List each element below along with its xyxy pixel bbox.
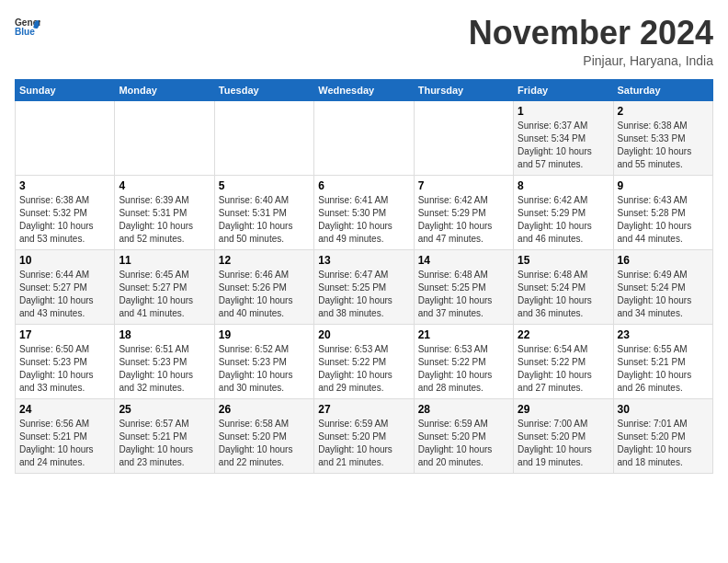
calendar-cell: 23Sunrise: 6:55 AM Sunset: 5:21 PM Dayli… — [613, 324, 712, 398]
day-number: 21 — [418, 328, 509, 341]
day-number: 19 — [219, 328, 310, 341]
calendar-cell: 2Sunrise: 6:38 AM Sunset: 5:33 PM Daylig… — [613, 100, 712, 175]
day-number: 26 — [219, 403, 310, 416]
calendar-cell: 5Sunrise: 6:40 AM Sunset: 5:31 PM Daylig… — [214, 175, 313, 249]
day-info: Sunrise: 6:37 AM Sunset: 5:34 PM Dayligh… — [518, 120, 609, 171]
calendar-cell — [115, 100, 214, 175]
day-number: 24 — [19, 403, 110, 416]
calendar-cell: 20Sunrise: 6:53 AM Sunset: 5:22 PM Dayli… — [314, 324, 414, 398]
day-number: 4 — [119, 179, 210, 192]
calendar-cell: 24Sunrise: 6:56 AM Sunset: 5:21 PM Dayli… — [16, 398, 115, 473]
calendar-cell — [214, 100, 313, 175]
day-info: Sunrise: 6:38 AM Sunset: 5:32 PM Dayligh… — [19, 194, 110, 246]
weekday-tuesday: Tuesday — [214, 79, 313, 100]
day-info: Sunrise: 6:45 AM Sunset: 5:27 PM Dayligh… — [119, 269, 210, 320]
calendar-cell — [314, 100, 414, 175]
week-row-5: 24Sunrise: 6:56 AM Sunset: 5:21 PM Dayli… — [16, 398, 713, 473]
day-info: Sunrise: 6:55 AM Sunset: 5:21 PM Dayligh… — [618, 343, 709, 395]
page-header: General Blue November 2024 Pinjaur, Hary… — [15, 15, 713, 68]
day-info: Sunrise: 6:58 AM Sunset: 5:20 PM Dayligh… — [219, 418, 310, 469]
weekday-monday: Monday — [115, 79, 214, 100]
day-number: 20 — [318, 328, 409, 341]
day-info: Sunrise: 6:56 AM Sunset: 5:21 PM Dayligh… — [19, 418, 110, 469]
day-info: Sunrise: 7:00 AM Sunset: 5:20 PM Dayligh… — [518, 418, 609, 469]
calendar-cell: 15Sunrise: 6:48 AM Sunset: 5:24 PM Dayli… — [514, 249, 613, 324]
location: Pinjaur, Haryana, India — [469, 53, 713, 68]
calendar-cell: 29Sunrise: 7:00 AM Sunset: 5:20 PM Dayli… — [514, 398, 613, 473]
day-info: Sunrise: 6:47 AM Sunset: 5:25 PM Dayligh… — [318, 269, 409, 320]
day-info: Sunrise: 6:50 AM Sunset: 5:23 PM Dayligh… — [19, 343, 110, 395]
day-number: 1 — [518, 105, 609, 118]
day-info: Sunrise: 6:59 AM Sunset: 5:20 PM Dayligh… — [418, 418, 509, 469]
calendar-cell: 19Sunrise: 6:52 AM Sunset: 5:23 PM Dayli… — [214, 324, 313, 398]
weekday-thursday: Thursday — [414, 79, 513, 100]
day-number: 28 — [418, 403, 509, 416]
day-number: 2 — [618, 105, 709, 118]
day-info: Sunrise: 6:48 AM Sunset: 5:25 PM Dayligh… — [418, 269, 509, 320]
day-info: Sunrise: 6:54 AM Sunset: 5:22 PM Dayligh… — [518, 343, 609, 395]
day-info: Sunrise: 6:39 AM Sunset: 5:31 PM Dayligh… — [119, 194, 210, 246]
day-number: 12 — [219, 254, 310, 267]
calendar-cell: 14Sunrise: 6:48 AM Sunset: 5:25 PM Dayli… — [414, 249, 513, 324]
day-info: Sunrise: 6:48 AM Sunset: 5:24 PM Dayligh… — [518, 269, 609, 320]
day-number: 3 — [19, 179, 110, 192]
calendar-cell: 7Sunrise: 6:42 AM Sunset: 5:29 PM Daylig… — [414, 175, 513, 249]
title-block: November 2024 Pinjaur, Haryana, India — [469, 15, 713, 68]
day-number: 25 — [119, 403, 210, 416]
weekday-wednesday: Wednesday — [314, 79, 414, 100]
calendar-cell: 21Sunrise: 6:53 AM Sunset: 5:22 PM Dayli… — [414, 324, 513, 398]
calendar-cell: 28Sunrise: 6:59 AM Sunset: 5:20 PM Dayli… — [414, 398, 513, 473]
day-number: 7 — [418, 179, 509, 192]
calendar-cell: 22Sunrise: 6:54 AM Sunset: 5:22 PM Dayli… — [514, 324, 613, 398]
day-info: Sunrise: 6:42 AM Sunset: 5:29 PM Dayligh… — [518, 194, 609, 246]
calendar-cell — [16, 100, 115, 175]
calendar-cell: 13Sunrise: 6:47 AM Sunset: 5:25 PM Dayli… — [314, 249, 414, 324]
day-number: 17 — [19, 328, 110, 341]
calendar-table: SundayMondayTuesdayWednesdayThursdayFrid… — [15, 79, 713, 474]
weekday-saturday: Saturday — [613, 79, 712, 100]
day-number: 18 — [119, 328, 210, 341]
day-number: 13 — [318, 254, 409, 267]
calendar-cell: 12Sunrise: 6:46 AM Sunset: 5:26 PM Dayli… — [214, 249, 313, 324]
day-number: 5 — [219, 179, 310, 192]
day-number: 27 — [318, 403, 409, 416]
day-info: Sunrise: 6:53 AM Sunset: 5:22 PM Dayligh… — [418, 343, 509, 395]
calendar-cell: 26Sunrise: 6:58 AM Sunset: 5:20 PM Dayli… — [214, 398, 313, 473]
week-row-3: 10Sunrise: 6:44 AM Sunset: 5:27 PM Dayli… — [16, 249, 713, 324]
day-info: Sunrise: 6:59 AM Sunset: 5:20 PM Dayligh… — [318, 418, 409, 469]
day-number: 30 — [618, 403, 709, 416]
day-info: Sunrise: 6:57 AM Sunset: 5:21 PM Dayligh… — [119, 418, 210, 469]
day-number: 22 — [518, 328, 609, 341]
calendar-cell: 3Sunrise: 6:38 AM Sunset: 5:32 PM Daylig… — [16, 175, 115, 249]
logo: General Blue — [15, 15, 40, 40]
calendar-cell: 6Sunrise: 6:41 AM Sunset: 5:30 PM Daylig… — [314, 175, 414, 249]
calendar-body: 1Sunrise: 6:37 AM Sunset: 5:34 PM Daylig… — [16, 100, 713, 473]
month-title: November 2024 — [469, 15, 713, 52]
calendar-cell: 16Sunrise: 6:49 AM Sunset: 5:24 PM Dayli… — [613, 249, 712, 324]
calendar-cell: 9Sunrise: 6:43 AM Sunset: 5:28 PM Daylig… — [613, 175, 712, 249]
calendar-cell: 30Sunrise: 7:01 AM Sunset: 5:20 PM Dayli… — [613, 398, 712, 473]
week-row-2: 3Sunrise: 6:38 AM Sunset: 5:32 PM Daylig… — [16, 175, 713, 249]
day-number: 23 — [618, 328, 709, 341]
day-number: 29 — [518, 403, 609, 416]
day-info: Sunrise: 6:43 AM Sunset: 5:28 PM Dayligh… — [618, 194, 709, 246]
day-info: Sunrise: 6:42 AM Sunset: 5:29 PM Dayligh… — [418, 194, 509, 246]
calendar-cell: 11Sunrise: 6:45 AM Sunset: 5:27 PM Dayli… — [115, 249, 214, 324]
day-info: Sunrise: 6:40 AM Sunset: 5:31 PM Dayligh… — [219, 194, 310, 246]
day-number: 10 — [19, 254, 110, 267]
day-number: 14 — [418, 254, 509, 267]
week-row-1: 1Sunrise: 6:37 AM Sunset: 5:34 PM Daylig… — [16, 100, 713, 175]
day-info: Sunrise: 6:49 AM Sunset: 5:24 PM Dayligh… — [618, 269, 709, 320]
day-number: 11 — [119, 254, 210, 267]
calendar-cell: 17Sunrise: 6:50 AM Sunset: 5:23 PM Dayli… — [16, 324, 115, 398]
logo-icon: General Blue — [15, 15, 40, 40]
svg-text:Blue: Blue — [15, 27, 35, 37]
weekday-friday: Friday — [514, 79, 613, 100]
day-info: Sunrise: 6:51 AM Sunset: 5:23 PM Dayligh… — [119, 343, 210, 395]
day-info: Sunrise: 6:52 AM Sunset: 5:23 PM Dayligh… — [219, 343, 310, 395]
day-info: Sunrise: 6:53 AM Sunset: 5:22 PM Dayligh… — [318, 343, 409, 395]
day-info: Sunrise: 7:01 AM Sunset: 5:20 PM Dayligh… — [618, 418, 709, 469]
day-info: Sunrise: 6:44 AM Sunset: 5:27 PM Dayligh… — [19, 269, 110, 320]
calendar-cell: 10Sunrise: 6:44 AM Sunset: 5:27 PM Dayli… — [16, 249, 115, 324]
week-row-4: 17Sunrise: 6:50 AM Sunset: 5:23 PM Dayli… — [16, 324, 713, 398]
